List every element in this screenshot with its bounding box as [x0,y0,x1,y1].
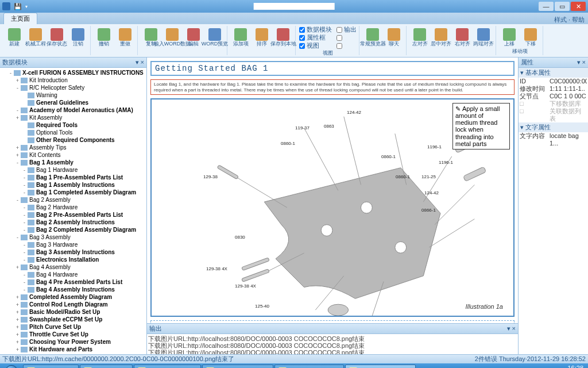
rib-edit-2[interactable]: 编辑 [184,26,203,49]
prop-group[interactable]: ▾文字属性 [519,122,588,132]
tree-node[interactable]: +Pitch Curve Set Up [0,323,146,331]
prop-row[interactable]: 修改时间1:11 1:11-1.. [519,85,588,93]
tree-node[interactable]: -Bag 2 Hardware [0,204,146,211]
rib-undo-1[interactable]: 重做 [115,26,135,49]
rib-file-0[interactable]: 新建 [5,26,24,49]
tree-node[interactable]: -Bag 1 Assembly [0,159,146,166]
system-tray[interactable]: ▲ 拼 16:282012/11/29 [534,365,587,368]
tab-main[interactable]: 主页面 [3,13,37,24]
rib-check-0[interactable]: 数据模块 [299,26,332,33]
close-button[interactable]: ✕ [571,2,586,11]
taskbar-button[interactable]: Skorpion Manual... [202,365,273,368]
rib-move-0[interactable]: 上移 [500,26,519,49]
rib-item-0[interactable]: 添加项 [231,26,250,49]
minimize-button[interactable]: — [539,2,554,11]
rib-align-1[interactable]: 居中对齐 [431,26,451,49]
start-button[interactable] [1,364,22,368]
rib-check-4[interactable]: 视图 [299,42,332,49]
taskbar-button[interactable]: IB分发服务管理... [134,365,202,368]
output-panel-close-icon[interactable]: ▾ × [507,325,516,332]
tree-node[interactable]: +Kit Contents [0,151,146,159]
tree-node[interactable]: -Bag 2 Assembly Instructions [0,218,146,226]
tree-node[interactable]: +Kit Introduction [0,76,146,84]
taskbar-button[interactable]: FASIETM\bin [23,365,79,368]
tree-node[interactable]: -Bag 1 Assembly Instructions [0,181,146,189]
prop-row[interactable]: IDC0C00000:00C.. [519,78,588,85]
tree-node[interactable]: -Bag 3 Hardware [0,241,146,248]
tree-node[interactable]: -Bag 4 Assembly Instructions [0,286,146,293]
rib-edit-3[interactable]: WORD预览 [205,26,225,49]
tree-node[interactable]: General Guidelines [0,99,146,106]
rib-item-2[interactable]: 保存到本地 [273,26,293,49]
prop-row[interactable]: 父节点C0C 1 0 00C [519,93,588,100]
rib-check-3[interactable] [336,34,357,41]
rib-check-2[interactable]: 属性框 [299,34,332,41]
tree-node[interactable]: -Electronics Installation [0,256,146,263]
rib-check-5[interactable] [336,42,357,49]
tree-node[interactable]: +Warranty Information [0,353,146,354]
tree-node[interactable]: -Bag 3 Assembly [0,233,146,241]
tree-node[interactable]: -Bag 2 Pre-Assembled Parts List [0,211,146,218]
rib-edit-1[interactable]: 输入WORD数据 [163,26,182,49]
rib-align-2[interactable]: 右对齐 [452,26,472,49]
left-panel-close-icon[interactable]: ▾ × [136,59,144,66]
rib-move-1[interactable]: 下移 [521,26,540,49]
prop-row[interactable]: □关联数据列表 [519,108,588,122]
rib-item-1[interactable]: 排序 [252,26,272,49]
rib-view-0[interactable]: 常规预览器 [363,26,382,49]
tree-node[interactable]: +Completed Assembly Diagram [0,293,146,301]
rib-check-1[interactable]: 输出 [336,26,357,33]
rib-align-0[interactable]: 左对齐 [410,26,430,49]
tree-node[interactable]: +Throttle Curve Set Up [0,331,146,338]
tree-node[interactable]: -Bag 4 Hardware [0,271,146,278]
tree-node[interactable]: Optional Tools [0,129,146,136]
tree-node[interactable]: -Bag 1 Completed Assembly Diagram [0,189,146,196]
tree-node[interactable]: +Assembly Tips [0,144,146,151]
rib-undo-0[interactable]: 撤销 [94,26,114,49]
tree-node[interactable]: -Bag 1 Hardware [0,166,146,174]
tray-clock[interactable]: 16:282012/11/29 [552,365,583,368]
tree-node[interactable]: +Control Rod Length Diagram [0,301,146,308]
tree-node-label: Assembly Tips [29,144,66,151]
tree-node[interactable]: -X-cell FURION 6 ASSEMBLY INSTRUCTIONS [0,69,146,76]
part-label: 121-25 [421,174,436,179]
tree-node[interactable]: -Academy of Model Aeronautics (AMA) [0,106,146,114]
tree-node[interactable]: Warning [0,91,146,99]
tree-node[interactable]: -Bag 1 Pre-Assembled Parts List [0,174,146,181]
tree-node[interactable]: Other Required Components [0,136,146,144]
rib-view-1[interactable]: 聊天 [384,26,404,49]
tree-node[interactable]: -Bag 2 Assembly [0,196,146,204]
properties-close-icon[interactable]: ▾ × [577,59,586,66]
rib-file-1[interactable]: 机械工程 [26,26,45,49]
tree-node[interactable]: +Choosing Your Power System [0,338,146,346]
taskbar-button[interactable]: IETM Builder Se... [274,365,344,368]
tree-node[interactable]: +Bag 4 Assembly [0,263,146,271]
taskbar-button[interactable]: IETM Builder DE... [345,365,416,368]
windows-taskbar[interactable]: FASIETM\binFASIETM\...IB分发服务管理...Skorpio… [0,363,588,368]
tree-node[interactable]: +Swashplate eCCPM Set Up [0,316,146,323]
qat-dropdown-icon[interactable]: ▾ [25,4,28,9]
rib-file-2[interactable]: 保存状态 [47,26,67,49]
output-body[interactable]: 下载图片URL:http://localhost:8080/DOC/0000-0… [147,334,518,354]
prop-group[interactable]: ▾基本属性 [519,68,588,78]
tree-node[interactable]: -Bag 2 Completed Assembly Diagram [0,226,146,233]
tabstrip-right[interactable]: 样式 · 帮助 [554,16,585,24]
rib-align-3[interactable]: 两端对齐 [474,26,493,49]
prop-row[interactable]: □下移数据库 [519,100,588,108]
maximize-button[interactable]: ▭ [555,2,570,11]
rib-file-3[interactable]: 注销 [68,26,88,49]
tree-node[interactable]: -R/C Helicopter Safety [0,84,146,91]
tree-node[interactable]: +Kit Hardware and Parts [0,346,146,353]
taskbar-button[interactable]: FASIETM\... [80,365,133,368]
tree-node[interactable]: +Basic Model/Radio Set Up [0,308,146,316]
tree-node[interactable]: -Bag 3 Assembly Instructions [0,248,146,256]
document-view[interactable]: Getting Started BAG 1 Locate Bag 1, and … [147,57,518,323]
tree-node[interactable]: Required Tools [0,121,146,129]
prop-row[interactable]: 文字内容locate bag 1... [519,132,588,147]
properties-list[interactable]: ▾基本属性IDC0C00000:00C..修改时间1:11 1:11-1..父节… [519,68,588,354]
qat-save-icon[interactable]: 💾 [14,3,22,10]
rib-file-label: 机械工程 [25,41,46,47]
tree-node[interactable]: -Bag 4 Pre Assembled Parts List [0,278,146,286]
module-tree[interactable]: -X-cell FURION 6 ASSEMBLY INSTRUCTIONS+K… [0,68,146,354]
tree-node[interactable]: +Kit Assembly [0,114,146,121]
